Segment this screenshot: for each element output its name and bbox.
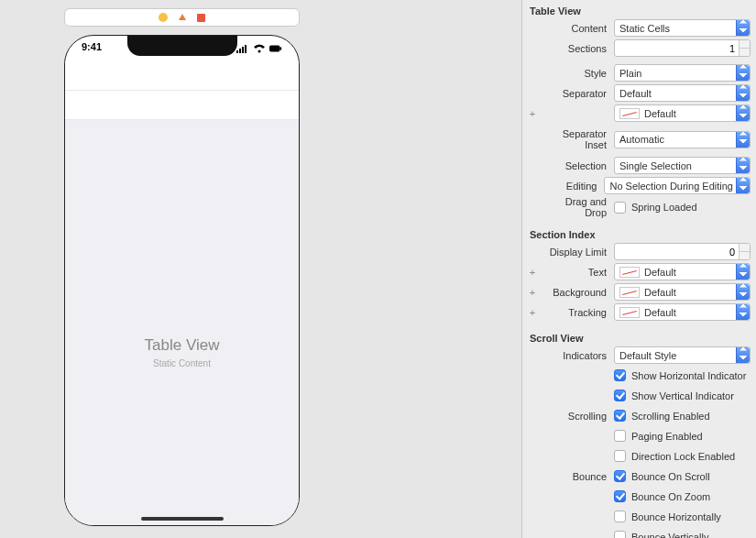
label-separator: Separator — [541, 88, 610, 99]
stepper-icon[interactable] — [739, 40, 750, 56]
add-button[interactable]: + — [528, 267, 537, 278]
table-view-preview[interactable]: Table View Static Content — [65, 61, 299, 525]
table-row[interactable] — [65, 91, 299, 120]
svg-rect-3 — [245, 45, 247, 53]
label-si-background: Background — [541, 287, 610, 298]
chevron-updown-icon — [736, 347, 750, 363]
separator-color-popup[interactable]: Default — [614, 104, 751, 122]
chevron-updown-icon — [736, 264, 750, 280]
separator-inset-popup[interactable]: Automatic — [614, 131, 751, 148]
device-preview[interactable]: 9:41 Table View Static Content — [64, 35, 300, 526]
section-header-scrollview: Scroll View — [528, 327, 751, 346]
svg-rect-0 — [236, 50, 238, 53]
attributes-inspector[interactable]: Table View + Content Static Cells + Sect… — [521, 0, 756, 538]
chevron-updown-icon — [736, 158, 750, 173]
colorwell-icon — [619, 108, 640, 119]
add-button[interactable]: + — [528, 108, 537, 119]
show-h-indicator-checkbox[interactable]: Show Horizontal Indicator — [614, 368, 751, 383]
label-style: Style — [541, 68, 610, 79]
label-editing: Editing — [540, 181, 601, 192]
editing-popup[interactable]: No Selection During Editing — [604, 177, 751, 194]
chevron-updown-icon — [736, 105, 750, 121]
scene-toolbar[interactable] — [64, 8, 300, 27]
sections-stepper[interactable] — [614, 39, 751, 57]
si-text-popup[interactable]: Default — [614, 263, 751, 280]
label-indicators: Indicators — [541, 350, 610, 361]
sections-input[interactable] — [619, 43, 737, 54]
status-bar: 9:41 — [65, 41, 299, 56]
style-popup[interactable]: Plain — [614, 64, 751, 82]
section-header-tableview: Table View — [528, 0, 751, 18]
display-limit-stepper[interactable] — [614, 243, 751, 260]
bounce-zoom-checkbox[interactable]: Bounce On Zoom — [614, 489, 751, 504]
placeholder-title: Table View — [65, 336, 299, 355]
label-scrolling: Scrolling — [541, 411, 610, 422]
label-sections: Sections — [541, 43, 610, 54]
wifi-icon — [253, 44, 266, 53]
add-button[interactable]: + — [528, 307, 537, 318]
bounce-v-checkbox[interactable]: Bounce Vertically — [614, 529, 751, 538]
chevron-updown-icon — [736, 304, 750, 320]
svg-rect-2 — [242, 47, 244, 53]
content-popup[interactable]: Static Cells — [614, 19, 751, 37]
section-header-sectionindex: Section Index — [528, 224, 751, 242]
add-button[interactable]: + — [528, 287, 537, 298]
chevron-updown-icon — [736, 284, 750, 300]
placeholder: Table View Static Content — [65, 336, 299, 368]
label-display-limit: Display Limit — [541, 247, 610, 258]
stepper-icon[interactable] — [739, 244, 750, 259]
status-time: 9:41 — [82, 41, 102, 56]
colorwell-icon — [619, 287, 640, 298]
colorwell-icon — [619, 307, 640, 318]
triangle-icon — [179, 14, 186, 20]
bounce-scroll-checkbox[interactable]: Bounce On Scroll — [614, 468, 751, 484]
indicators-popup[interactable]: Default Style — [614, 346, 751, 364]
label-bounce: Bounce — [541, 471, 610, 482]
svg-rect-5 — [269, 46, 279, 52]
selection-popup[interactable]: Single Selection — [614, 157, 751, 174]
direction-lock-checkbox[interactable]: Direction Lock Enabled — [614, 448, 751, 464]
label-selection: Selection — [541, 160, 610, 171]
chevron-updown-icon — [736, 65, 750, 81]
label-dragdrop: Drag and Drop — [541, 196, 610, 218]
battery-icon — [269, 44, 282, 53]
canvas: 9:41 Table View Static Content — [0, 0, 521, 538]
circle-icon — [159, 13, 168, 22]
si-background-popup[interactable]: Default — [614, 283, 751, 301]
label-content: Content — [541, 23, 610, 34]
label-si-tracking: Tracking — [541, 307, 610, 318]
scrolling-enabled-checkbox[interactable]: Scrolling Enabled — [614, 408, 751, 423]
label-si-text: Text — [541, 267, 610, 278]
chevron-updown-icon — [736, 20, 750, 36]
spring-loaded-input[interactable] — [614, 202, 626, 214]
placeholder-sub: Static Content — [65, 358, 299, 368]
separator-popup[interactable]: Default — [614, 84, 751, 102]
svg-rect-6 — [279, 47, 281, 50]
svg-rect-1 — [239, 49, 241, 53]
bounce-h-checkbox[interactable]: Bounce Horizontally — [614, 509, 751, 524]
chevron-updown-icon — [736, 85, 750, 101]
label-separator-inset: Separator Inset — [541, 128, 610, 150]
display-limit-input[interactable] — [619, 247, 737, 258]
square-icon — [197, 14, 205, 22]
svg-point-4 — [258, 50, 261, 53]
spring-loaded-checkbox[interactable]: Spring Loaded — [614, 200, 751, 215]
colorwell-icon — [619, 267, 640, 278]
chevron-updown-icon — [736, 132, 750, 148]
signal-icon — [236, 44, 249, 53]
home-indicator — [141, 517, 224, 521]
si-tracking-popup[interactable]: Default — [614, 303, 751, 321]
paging-enabled-checkbox[interactable]: Paging Enabled — [614, 428, 751, 444]
chevron-updown-icon — [736, 178, 750, 193]
show-v-indicator-checkbox[interactable]: Show Vertical Indicator — [614, 388, 751, 403]
table-row[interactable] — [65, 61, 299, 91]
